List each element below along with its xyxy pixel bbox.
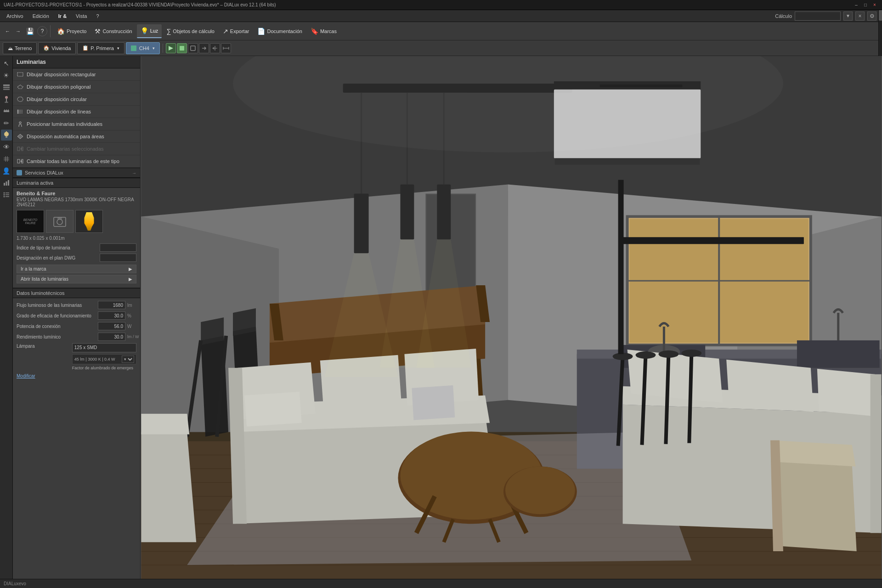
menu-dibujar-circ[interactable]: Dibujar disposición circular: [13, 93, 140, 106]
nav-vivienda-btn[interactable]: 🏠 Vivienda: [38, 42, 76, 54]
luminaria-activa-content: Beneito & Faure EVO LAMAS NEGRAS 1730mm …: [13, 188, 140, 288]
menu-cambiar-tipo[interactable]: Cambiar todas las luminarias de este tip…: [13, 155, 140, 168]
objetos-icon: ∑: [166, 28, 171, 35]
potencia-input[interactable]: [98, 322, 125, 330]
svg-rect-45: [17, 159, 20, 163]
svg-rect-25: [8, 180, 9, 186]
help-btn[interactable]: ?: [37, 26, 47, 36]
tool-person[interactable]: 👤: [1, 165, 12, 176]
svg-point-140: [681, 350, 701, 357]
section-documentacion-btn[interactable]: 📄 Documentación: [254, 24, 305, 38]
dibujar-poly-icon: [17, 83, 24, 90]
nav-back-btn[interactable]: ←: [3, 24, 12, 38]
view-btn-measure[interactable]: [221, 43, 231, 53]
tool-sun[interactable]: ☀: [1, 70, 12, 81]
tool-eye[interactable]: 👁: [1, 141, 12, 153]
section-marcas-btn[interactable]: 🔖 Marcas: [307, 24, 340, 38]
svg-rect-32: [17, 73, 23, 76]
menu-edicion[interactable]: Edición: [28, 11, 54, 21]
rendimiento-input[interactable]: [98, 333, 125, 341]
nav-pprimera-btn[interactable]: 📋 P. Primera ▾: [77, 42, 124, 54]
close-button[interactable]: ×: [871, 2, 878, 8]
calc-input[interactable]: [795, 11, 841, 21]
flujo-input[interactable]: [98, 301, 125, 309]
svg-rect-90: [797, 340, 880, 368]
tool-layers[interactable]: [1, 82, 12, 93]
bf-logo-text: BENEITOFAURE: [17, 210, 44, 232]
viewport-3d[interactable]: [141, 56, 882, 579]
maximize-button[interactable]: □: [862, 2, 869, 8]
statusbar: DIALuxevo: [0, 579, 882, 588]
lampara-detail-text: 45 lm | 3000 K | 0.4 W: [74, 357, 115, 362]
svg-rect-12: [4, 110, 9, 112]
tool-ruler[interactable]: [1, 106, 12, 117]
menu-automatico[interactable]: Disposición automática para áreas: [13, 130, 140, 143]
lampara-detail-row: 45 lm | 3000 K | 0.4 W ▾: [72, 354, 136, 364]
designacion-input[interactable]: [100, 254, 136, 262]
menu-ira[interactable]: Ir &: [54, 11, 71, 21]
tool-cursor[interactable]: ↖: [1, 58, 12, 69]
section-proyecto-btn[interactable]: 🏠 Proyecto: [53, 24, 90, 38]
section-exportar-btn[interactable]: ↗ Exportar: [219, 24, 253, 38]
abrir-lista-btn[interactable]: Abrir lista de luminarias ▶: [17, 275, 136, 283]
view-btn-solid[interactable]: [177, 43, 187, 53]
nav-ch4-btn[interactable]: CH4 ▾: [126, 42, 160, 54]
lampara-label: Lámpara: [17, 343, 70, 349]
svg-point-28: [3, 194, 5, 196]
indice-input[interactable]: [100, 243, 136, 252]
servicios-header[interactable]: Servicios DIALux →: [13, 168, 140, 178]
tool-grid[interactable]: [1, 153, 12, 164]
svg-rect-7: [3, 87, 10, 88]
calc-settings-btn[interactable]: ⚙: [867, 11, 876, 21]
luminaria-photo-img[interactable]: [46, 210, 74, 233]
tool-light[interactable]: [1, 130, 12, 141]
calc-dropdown-btn[interactable]: ▼: [843, 11, 853, 21]
modificar-link[interactable]: Modificar: [17, 373, 35, 379]
section-luz-btn[interactable]: 💡 Luz: [137, 24, 162, 38]
tool-edit[interactable]: ✏: [1, 118, 12, 129]
menu-posicionar[interactable]: Posicionar luminarias individuales: [13, 118, 140, 130]
section-objetos-btn[interactable]: ∑ Objetos de cálculo: [163, 24, 218, 38]
tool-paint[interactable]: [1, 94, 12, 105]
menu-vista[interactable]: Vista: [71, 11, 91, 21]
cambiar-tipo-label: Cambiar todas las luminarias de este tip…: [27, 158, 119, 164]
ir-marca-btn[interactable]: Ir a la marca ▶: [17, 265, 136, 273]
dibujar-rect-icon: [17, 71, 24, 78]
svg-point-127: [505, 466, 575, 514]
tool-list[interactable]: [1, 189, 12, 200]
menu-help[interactable]: ?: [91, 11, 103, 21]
construccion-label: Construcción: [102, 28, 132, 34]
servicios-icon: [17, 170, 22, 175]
view-btn-pan[interactable]: [210, 43, 220, 53]
grado-unit: %: [127, 313, 136, 318]
luminaria-logo-img[interactable]: BENEITOFAURE: [17, 210, 44, 233]
grado-input[interactable]: [98, 311, 125, 320]
section-construccion-btn[interactable]: ⚒ Construcción: [91, 24, 136, 38]
vivienda-label: Vivienda: [51, 45, 71, 51]
lampara-select[interactable]: ▾: [122, 356, 134, 363]
nav-forward-btn[interactable]: →: [13, 24, 23, 38]
ch4-label: CH4: [139, 45, 149, 51]
menu-dibujar-lines[interactable]: Dibujar disposición de líneas: [13, 106, 140, 118]
tool-chart[interactable]: [1, 177, 12, 188]
luminaria-light-img[interactable]: [75, 210, 103, 233]
save-btn[interactable]: 💾: [24, 24, 36, 38]
lampara-row: Lámpara 125 x SMD 45 lm | 3000 K | 0.4 W…: [17, 343, 136, 371]
view-L-icon: [168, 45, 174, 51]
doc-label: Documentación: [267, 28, 302, 34]
proyecto-icon: 🏠: [57, 28, 65, 35]
view-btn-L[interactable]: [166, 43, 176, 53]
toolbar-sep-1: [50, 25, 51, 37]
dibujar-circ-icon: [17, 96, 24, 103]
luminaria-dims: 1.730 x 0.025 x 0.001m: [17, 236, 136, 241]
calc-close-btn[interactable]: ×: [855, 11, 865, 21]
menu-dibujar-rect[interactable]: Dibujar disposición rectangular: [13, 68, 140, 81]
minimize-button[interactable]: –: [853, 2, 860, 8]
view-btn-wire[interactable]: [188, 43, 198, 53]
marcas-label: Marcas: [320, 28, 337, 34]
menu-dibujar-poly[interactable]: Dibujar disposición poligonal: [13, 81, 140, 93]
menu-archivo[interactable]: Archivo: [2, 11, 28, 21]
svg-rect-43: [17, 147, 20, 151]
nav-terreno-btn[interactable]: ⛰ Terreno: [3, 42, 37, 54]
view-btn-arrow-right[interactable]: [199, 43, 209, 53]
